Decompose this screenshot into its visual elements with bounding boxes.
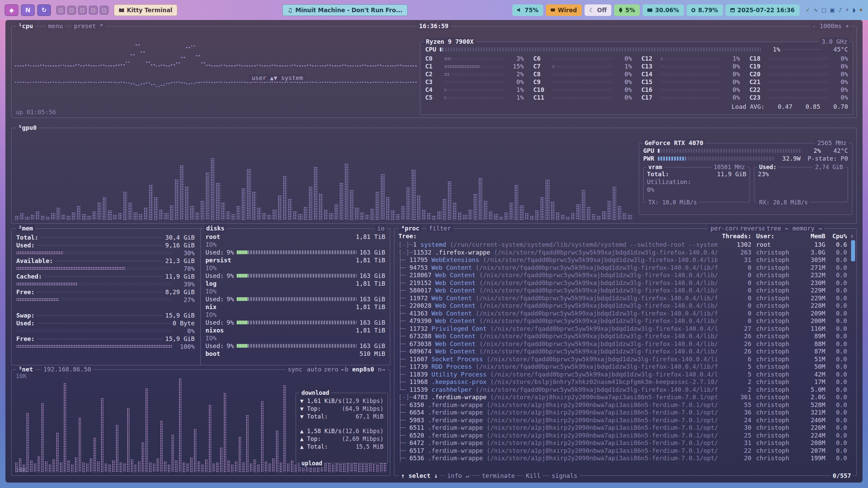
process-cpu: 0.0: [825, 294, 847, 302]
column-user[interactable]: User:: [751, 232, 796, 240]
dnd-widget[interactable]: ☾ Off: [585, 4, 611, 16]
bell-icon[interactable]: ✦: [859, 7, 863, 13]
power-icon[interactable]: ⚡: [845, 7, 849, 13]
graph-column: [171, 64, 175, 75]
update-interval-control[interactable]: - 1000ms +: [810, 22, 851, 30]
window-button[interactable]: □: [100, 6, 108, 15]
kill-button[interactable]: Kill: [524, 472, 542, 480]
core-row: C210%: [749, 78, 848, 86]
launcher-button[interactable]: ◆: [5, 4, 18, 16]
graph-column: [303, 207, 308, 220]
net-auto-toggle[interactable]: auto: [305, 365, 323, 373]
display-icon[interactable]: ▣: [830, 7, 835, 13]
process-row[interactable]: ├─ 673288 Web Content (/nix/store/fqadd0…: [394, 332, 856, 340]
process-row[interactable]: ├─ 11739 RDD Process (/nix/store/fqadd0b…: [394, 363, 856, 371]
graph-column: [91, 80, 95, 83]
menu-button[interactable]: menu: [46, 22, 65, 30]
volume-widget[interactable]: 75%: [512, 4, 543, 16]
window-button[interactable]: □: [56, 6, 65, 15]
now-playing[interactable]: ♫ Minuit Machine - Don't Run Fro...: [282, 4, 408, 16]
process-user: christoph: [751, 401, 796, 409]
process-panel-label[interactable]: ⁴proc: [399, 224, 421, 232]
process-row[interactable]: [-]─4783 .ferdium-wrappe (/nix/store/a1p…: [394, 393, 856, 401]
net-zero-toggle[interactable]: zero: [322, 365, 340, 373]
process-row[interactable]: ├─ 6472 .ferdium-wrappe (/nix/store/a1pj…: [394, 439, 856, 447]
filter-button[interactable]: filter: [427, 224, 453, 232]
column-memory[interactable]: MemB: [796, 232, 825, 240]
scrollbar-thumb[interactable]: [851, 240, 855, 261]
interface-switcher[interactable]: ←b enp8s0 n→: [339, 365, 387, 373]
nixos-button[interactable]: N: [21, 4, 35, 16]
process-row[interactable]: ├─ 6517 .ferdium-wrappe (/nix/store/a1pj…: [394, 447, 856, 455]
active-window-button[interactable]: Kitty Terminal: [114, 4, 177, 16]
graph-column: [171, 80, 175, 83]
process-row[interactable]: ├─ 11839 Utility Process (/nix/store/fqa…: [394, 371, 856, 379]
graph-column: [45, 65, 49, 75]
clock-widget[interactable]: 2025-07-22 16:36: [726, 4, 800, 16]
wave-icon[interactable]: ∿: [813, 7, 818, 13]
process-row[interactable]: └─ 11539 crashhelper (/nix/store/fqadd0b…: [394, 386, 856, 394]
process-row[interactable]: ├─ 11732 Privileged Cont (/nix/store/fqa…: [394, 325, 856, 333]
graph-column: [297, 65, 301, 75]
disk-used-amount: 163 GiB: [359, 319, 385, 326]
column-tree[interactable]: Tree:: [398, 232, 717, 240]
gpu-panel-label[interactable]: ⁵gpu0: [16, 124, 39, 132]
column-threads[interactable]: Threads:: [717, 232, 751, 240]
tree-toggle[interactable]: tree: [765, 224, 783, 232]
sort-selector[interactable]: ← memory →: [783, 224, 824, 232]
process-row[interactable]: ├─ 479390 Web Content (/nix/store/fqadd0…: [394, 317, 856, 325]
clipboard-icon[interactable]: ▢: [821, 7, 826, 13]
process-row[interactable]: ├─ 689674 Web Content (/nix/store/fqadd0…: [394, 348, 856, 355]
net-stat-label: ▲ Top:: [300, 435, 321, 443]
memory-widget[interactable]: 30.06%: [643, 4, 684, 16]
process-user: christoph: [751, 287, 796, 294]
window-button[interactable]: □: [67, 6, 76, 15]
cpu-panel-label[interactable]: ¹cpu: [16, 22, 35, 30]
process-row[interactable]: ├─ 6511 .ferdium-wrappe (/nix/store/a1pj…: [394, 424, 856, 432]
media-icon[interactable]: ♪: [839, 7, 842, 13]
scroll-up-hint[interactable]: ↑: [847, 232, 854, 240]
process-row[interactable]: [-]─11532 .firefox-wrappe (/nix/store/fq…: [394, 249, 856, 257]
process-row[interactable]: ├─ 673038 Web Content (/nix/store/fqadd0…: [394, 340, 856, 348]
window-button[interactable]: □: [78, 6, 87, 15]
volume-tray-icon[interactable]: ◗: [852, 7, 855, 13]
mem-stat-label: Cached:: [16, 272, 42, 280]
process-row[interactable]: ├─ 218067 Web Content (/nix/store/fqadd0…: [394, 271, 856, 279]
process-row[interactable]: ├─ 219152 Web Content (/nix/store/fqadd0…: [394, 279, 856, 287]
process-row[interactable]: ├─ 220028 Web Content (/nix/store/fqadd0…: [394, 302, 856, 310]
memory-panel-label[interactable]: ²mem: [16, 224, 35, 232]
process-row[interactable]: ├─ 11968 .keepassxc-prox (/nix/store/bsl…: [394, 378, 856, 386]
disk-widget[interactable]: 8.79%: [687, 4, 723, 16]
select-control[interactable]: ↑ select ↓: [399, 472, 440, 480]
process-row[interactable]: ├─ 11795 WebExtensions (/nix/store/fqadd…: [394, 256, 856, 264]
process-row[interactable]: ├─ 6654 .ferdium-wrappe (/nix/store/a1pj…: [394, 409, 856, 416]
process-row[interactable]: ├─ 41363 Web Content (/nix/store/fqadd0b…: [394, 310, 856, 318]
process-tree-cell: ├─ 673038 Web Content (/nix/store/fqadd0…: [398, 340, 717, 348]
process-row[interactable]: ├─ 6350 .ferdium-wrappe (/nix/store/a1pj…: [394, 401, 856, 409]
disks-label[interactable]: disks: [204, 224, 226, 232]
reload-button[interactable]: ↻: [37, 4, 51, 16]
cpu-widget[interactable]: 5%: [614, 4, 640, 16]
preset-button[interactable]: preset *: [72, 22, 105, 30]
process-row[interactable]: [-]─1 systemd (/run/current-system/syste…: [394, 241, 856, 249]
signals-button[interactable]: signals: [550, 472, 579, 480]
window-button[interactable]: □: [89, 6, 98, 15]
process-row[interactable]: ├─ 11607 Socket Process (/nix/store/fqad…: [394, 355, 856, 363]
net-sync-toggle[interactable]: sync: [286, 365, 304, 373]
process-row[interactable]: ├─ 6520 .ferdium-wrappe (/nix/store/a1pj…: [394, 432, 856, 440]
process-row[interactable]: ├─ 5983 .ferdium-wrappe (/nix/store/a1pj…: [394, 416, 856, 424]
network-widget[interactable]: Wired: [546, 4, 582, 16]
network-panel-label[interactable]: ³net: [16, 365, 35, 373]
reverse-toggle[interactable]: reverse: [738, 224, 768, 232]
terminate-button[interactable]: terminate: [480, 472, 517, 480]
column-cpu[interactable]: Cpu%: [825, 232, 847, 240]
graph-column: [51, 213, 55, 220]
info-button[interactable]: info ↵: [445, 472, 471, 480]
process-row[interactable]: ├─ 580017 Web Content (/nix/store/fqadd0…: [394, 287, 856, 294]
process-row[interactable]: ├─ 94753 Web Content (/nix/store/fqadd0b…: [394, 264, 856, 272]
disks-io-toggle[interactable]: io: [375, 224, 387, 232]
per-core-toggle[interactable]: per-core: [708, 224, 742, 232]
check-icon[interactable]: ✓: [806, 7, 810, 13]
process-row[interactable]: ├─ 6536 .ferdium-wrappe (/nix/store/a1pj…: [394, 454, 856, 462]
process-row[interactable]: ├─ 11972 Web Content (/nix/store/fqadd0b…: [394, 294, 856, 302]
